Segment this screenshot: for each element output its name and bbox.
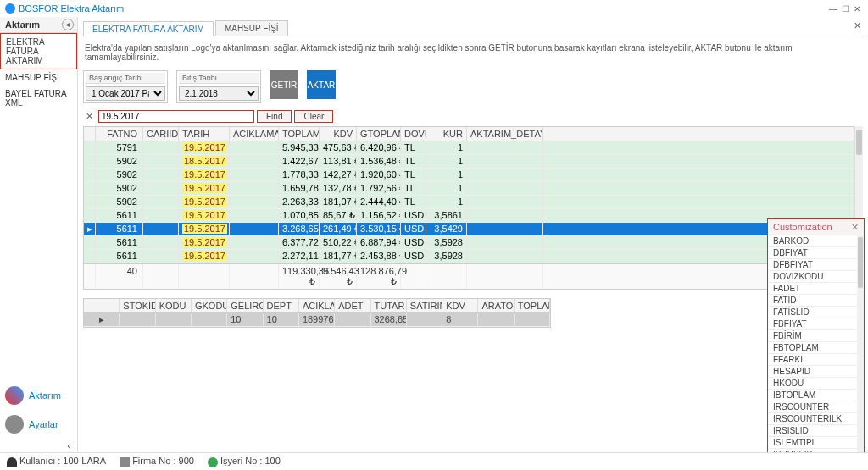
invoice-row[interactable]: 561119.5.20176.377,72 ₺510,22 ₺6.887,94 …: [84, 236, 854, 250]
detail-row[interactable]: ▸ 10 10 189976 OLM... 3268,653296... 8: [84, 313, 550, 327]
customization-item[interactable]: DBFIYAT: [768, 247, 864, 259]
cell-gkodu: [192, 313, 227, 326]
customization-item[interactable]: IRSCOUNTER: [768, 401, 864, 413]
customization-item[interactable]: FBFIYAT: [768, 318, 864, 330]
invoice-row[interactable]: 590219.5.20171.778,33 ₺142,27 ₺1.920,60 …: [84, 169, 854, 182]
customization-item[interactable]: HKODU: [768, 378, 864, 390]
col-doviz[interactable]: DOVIZ: [401, 127, 426, 141]
col-gtoplam[interactable]: GTOPLAM: [357, 127, 401, 141]
aktarim-icon: [5, 386, 24, 405]
customization-item[interactable]: DOVIZKODU: [768, 271, 864, 283]
sidebar: Aktarım ◄ ELEKTRA FATURA AKTARIM MAHSUP …: [0, 17, 78, 452]
invoice-row[interactable]: 561119.5.20172.272,11 ₺181,77 ₺2.453,88 …: [84, 250, 854, 263]
status-firm: Firma No : 900: [120, 456, 194, 467]
invoice-row[interactable]: 579119.5.20175.945,33 ₺475,63 ₺6.420,96 …: [84, 141, 854, 155]
invoice-row[interactable]: 590219.5.20171.659,78 ₺132,78 ₺1.792,56 …: [84, 182, 854, 196]
col2-gelirgrup[interactable]: GELIRGRUP: [227, 299, 263, 312]
col2-gkodu[interactable]: GKODU: [192, 299, 227, 312]
getir-button[interactable]: GETİR: [270, 70, 298, 99]
customization-item[interactable]: FBİRİM: [768, 330, 864, 342]
status-user: Kullanıcı : 100-LARA: [7, 456, 106, 467]
customization-scrollbar-thumb[interactable]: [858, 237, 863, 288]
cell-acik: 189976 OLM...: [299, 313, 335, 326]
sidebar-item-bayel-fatura[interactable]: BAYEL FATURA XML: [0, 86, 77, 111]
scrollbar-thumb[interactable]: [856, 130, 862, 155]
end-date-select[interactable]: 2.1.2018: [179, 86, 259, 101]
customization-title: Customization: [773, 222, 832, 233]
col-kur[interactable]: KUR: [426, 127, 467, 141]
col2-dept[interactable]: DEPT: [264, 299, 299, 312]
user-icon: [7, 457, 17, 467]
invoice-row[interactable]: 561119.5.20171.070,85 ₺85,67 ₺1.156,52 ₺…: [84, 209, 854, 223]
sidebar-bottom-ayarlar[interactable]: Ayarlar: [0, 410, 77, 439]
app-title: BOSFOR Elektra Aktarım: [19, 3, 124, 14]
gear-icon: [5, 415, 24, 434]
building-icon: [120, 457, 130, 467]
customization-item[interactable]: FATISLID: [768, 307, 864, 318]
sidebar-bottom-aktarim[interactable]: Aktarım: [0, 381, 77, 410]
invoice-row[interactable]: 590219.5.20172.263,33 ₺181,07 ₺2.444,40 …: [84, 196, 854, 209]
customization-item[interactable]: IBTOPLAM: [768, 390, 864, 401]
col2-aciklama[interactable]: ACIKLAMA: [299, 299, 335, 312]
customization-item[interactable]: ISURBFID: [768, 449, 864, 452]
col-aciklama[interactable]: ACIKLAMA: [230, 127, 279, 141]
tab-strip: ELEKTRA FATURA AKTARIM MAHSUP FİŞİ ✕: [83, 20, 863, 36]
workplace-icon: [208, 457, 218, 467]
search-input[interactable]: [98, 110, 254, 123]
sidebar-bottom-aktarim-label: Aktarım: [29, 390, 61, 401]
col2-toplam[interactable]: TOPLAM: [515, 299, 550, 312]
customization-item[interactable]: IRSISLID: [768, 425, 864, 437]
tab-close-button[interactable]: ✕: [854, 20, 861, 31]
customization-close-icon[interactable]: ✕: [851, 222, 859, 233]
window-maximize-button[interactable]: ☐: [839, 4, 851, 14]
customization-scrollbar[interactable]: [857, 235, 864, 452]
col-aktarim[interactable]: AKTARIM_DETAY: [467, 127, 543, 141]
customization-item[interactable]: FADET: [768, 283, 864, 295]
customization-item[interactable]: DFBFIYAT: [768, 259, 864, 271]
clear-button[interactable]: Clear: [294, 110, 333, 123]
window-close-button[interactable]: ✕: [851, 4, 863, 14]
invoice-row[interactable]: 590218.5.20171.422,67 ₺113,81 ₺1.536,48 …: [84, 155, 854, 169]
cell-tutar: 3268,653296...: [371, 313, 407, 326]
col-cariid[interactable]: CARIID: [143, 127, 179, 141]
customization-item[interactable]: IRSCOUNTERILK: [768, 413, 864, 425]
sidebar-item-elektra-fatura[interactable]: ELEKTRA FATURA AKTARIM: [0, 33, 77, 69]
customization-item[interactable]: FFARKI: [768, 354, 864, 366]
col-kdv[interactable]: KDV: [320, 127, 357, 141]
start-date-select[interactable]: 1 Ocak 2017 Pazar: [86, 86, 165, 101]
cell-kdv2: 8: [442, 313, 478, 326]
invoice-grid-wrap: FATNO CARIID TARIH ACIKLAMA TOPLAM KDV G…: [83, 126, 863, 290]
col2-stokid[interactable]: STOKID: [120, 299, 155, 312]
col2-aratoplam[interactable]: ARATOPLAM: [478, 299, 514, 312]
col-fatno[interactable]: FATNO: [96, 127, 143, 141]
col2-kdv[interactable]: KDV: [442, 299, 478, 312]
sidebar-item-mahsup-fisi[interactable]: MAHSUP FİŞİ: [0, 69, 77, 86]
col2-satirind[interactable]: SATIRIND: [407, 299, 442, 312]
sidebar-collapse-button[interactable]: ‹: [0, 439, 77, 452]
search-bar: ✕ Find Clear: [83, 110, 863, 123]
content-area: ELEKTRA FATURA AKTARIM MAHSUP FİŞİ ✕ Ele…: [78, 17, 868, 452]
col2-adet[interactable]: ADET: [335, 299, 370, 312]
status-bar: Kullanıcı : 100-LARA Firma No : 900 İşye…: [0, 452, 868, 470]
aktar-button[interactable]: AKTAR: [307, 70, 336, 99]
invoice-row[interactable]: ▸561119.5.20173.268,65 ₺261,49 ₺3.530,15…: [84, 223, 854, 236]
detail-grid-header: STOKID KODU GKODU GELIRGRUP DEPT ACIKLAM…: [84, 299, 550, 313]
status-work: İşyeri No : 100: [208, 456, 281, 467]
customization-item[interactable]: BARKOD: [768, 235, 864, 247]
col-tarih[interactable]: TARIH: [179, 127, 230, 141]
cell-stokid: [120, 313, 155, 326]
sidebar-back-icon[interactable]: ◄: [62, 19, 74, 30]
customization-item[interactable]: FBTOPLAM: [768, 342, 864, 354]
customization-item[interactable]: ISLEMTIPI: [768, 437, 864, 449]
tab-mahsup-fisi[interactable]: MAHSUP FİŞİ: [215, 20, 288, 36]
customization-item[interactable]: FATID: [768, 295, 864, 307]
customization-item[interactable]: HESAPID: [768, 366, 864, 378]
col2-kodu[interactable]: KODU: [156, 299, 192, 312]
col-toplam[interactable]: TOPLAM: [279, 127, 320, 141]
search-close-icon[interactable]: ✕: [83, 111, 96, 122]
window-minimize-button[interactable]: —: [827, 4, 839, 14]
tab-elektra-fatura[interactable]: ELEKTRA FATURA AKTARIM: [83, 21, 214, 36]
find-button[interactable]: Find: [257, 110, 292, 123]
cell-ara: [478, 313, 514, 326]
col2-tutar[interactable]: TUTAR: [371, 299, 407, 312]
